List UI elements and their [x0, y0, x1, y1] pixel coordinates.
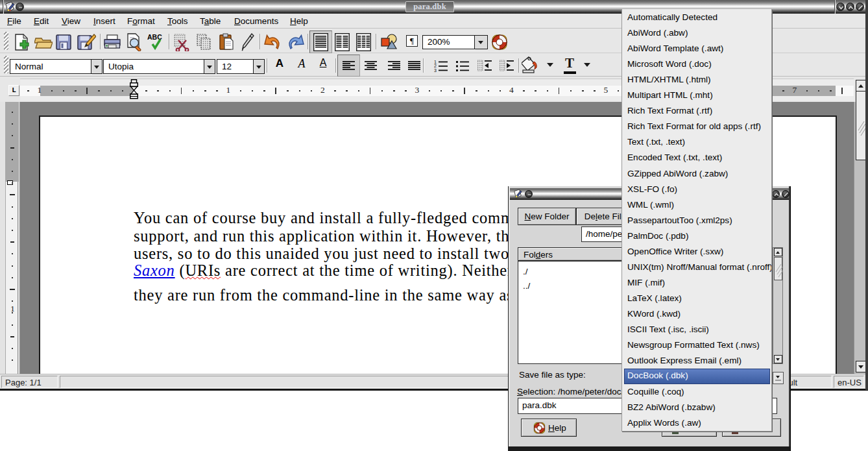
svg-text:3: 3 [434, 68, 437, 73]
